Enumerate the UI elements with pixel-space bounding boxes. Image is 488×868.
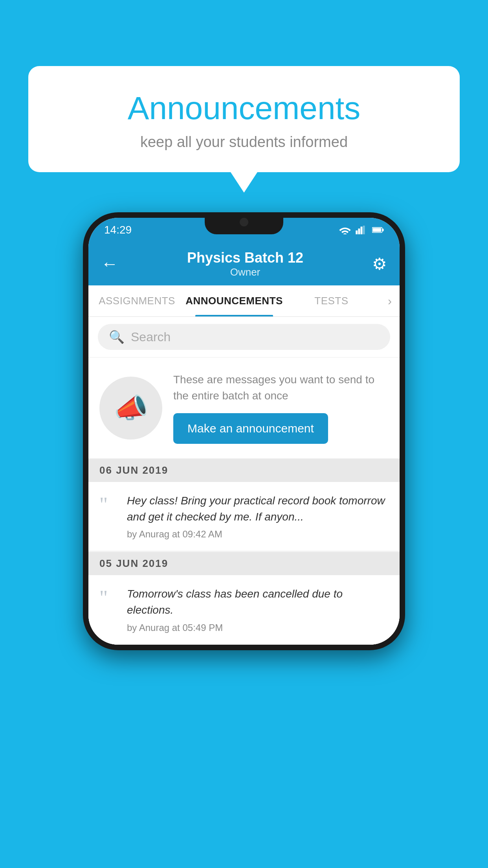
promo-icon-circle: 📣 bbox=[99, 377, 162, 440]
announcement-text-wrap-2: Tomorrow's class has been cancelled due … bbox=[127, 586, 389, 633]
svg-rect-5 bbox=[382, 229, 383, 231]
megaphone-icon: 📣 bbox=[114, 392, 148, 424]
make-announcement-button[interactable]: Make an announcement bbox=[173, 413, 328, 444]
speech-bubble-subtitle: keep all your students informed bbox=[48, 134, 440, 151]
content-area: 🔍 Search 📣 These are messages you want t… bbox=[88, 317, 400, 645]
wifi-icon bbox=[339, 226, 351, 234]
promo-section: 📣 These are messages you want to send to… bbox=[88, 358, 400, 458]
speech-bubble-title: Announcements bbox=[48, 90, 440, 127]
top-bar-center: Physics Batch 12 Owner bbox=[187, 250, 303, 278]
announcement-meta-1: by Anurag at 09:42 AM bbox=[127, 529, 389, 540]
tab-tests[interactable]: TESTS bbox=[283, 285, 380, 316]
svg-rect-3 bbox=[363, 226, 365, 234]
announcement-item-1[interactable]: " Hey class! Bring your practical record… bbox=[88, 482, 400, 551]
date-separator-2: 05 JUN 2019 bbox=[88, 552, 400, 575]
status-time: 14:29 bbox=[104, 224, 132, 236]
svg-rect-1 bbox=[358, 228, 360, 234]
batch-title: Physics Batch 12 bbox=[187, 250, 303, 266]
announcement-text-wrap-1: Hey class! Bring your practical record b… bbox=[127, 493, 389, 540]
signal-icon bbox=[356, 226, 367, 234]
tab-assignments[interactable]: ASSIGNMENTS bbox=[88, 285, 185, 316]
top-bar: ← Physics Batch 12 Owner ⚙ bbox=[88, 242, 400, 285]
search-icon: 🔍 bbox=[109, 329, 125, 344]
status-icons bbox=[339, 226, 384, 234]
svg-rect-0 bbox=[356, 230, 358, 234]
settings-button[interactable]: ⚙ bbox=[372, 254, 387, 274]
announcement-meta-2: by Anurag at 05:49 PM bbox=[127, 622, 389, 633]
announcement-text-2: Tomorrow's class has been cancelled due … bbox=[127, 586, 389, 618]
search-placeholder: Search bbox=[131, 330, 171, 344]
promo-right: These are messages you want to send to t… bbox=[173, 372, 389, 444]
quote-icon-2: " bbox=[99, 588, 118, 608]
search-input-wrap[interactable]: 🔍 Search bbox=[98, 324, 390, 350]
svg-rect-2 bbox=[361, 226, 363, 234]
announcement-item-2[interactable]: " Tomorrow's class has been cancelled du… bbox=[88, 575, 400, 644]
tab-more[interactable]: › bbox=[380, 294, 400, 308]
date-separator-1: 06 JUN 2019 bbox=[88, 459, 400, 482]
announcement-text-1: Hey class! Bring your practical record b… bbox=[127, 493, 389, 525]
back-button[interactable]: ← bbox=[101, 254, 118, 274]
svg-rect-6 bbox=[373, 228, 381, 232]
battery-icon bbox=[372, 226, 384, 234]
tab-announcements[interactable]: ANNOUNCEMENTS bbox=[185, 285, 283, 316]
batch-role: Owner bbox=[187, 266, 303, 278]
quote-icon-1: " bbox=[99, 495, 118, 515]
tabs-row: ASSIGNMENTS ANNOUNCEMENTS TESTS › bbox=[88, 285, 400, 317]
phone-camera bbox=[240, 218, 248, 226]
speech-bubble: Announcements keep all your students inf… bbox=[28, 66, 460, 172]
phone-mockup: 14:29 bbox=[83, 212, 405, 650]
search-bar: 🔍 Search bbox=[88, 317, 400, 357]
promo-description: These are messages you want to send to t… bbox=[173, 372, 389, 404]
